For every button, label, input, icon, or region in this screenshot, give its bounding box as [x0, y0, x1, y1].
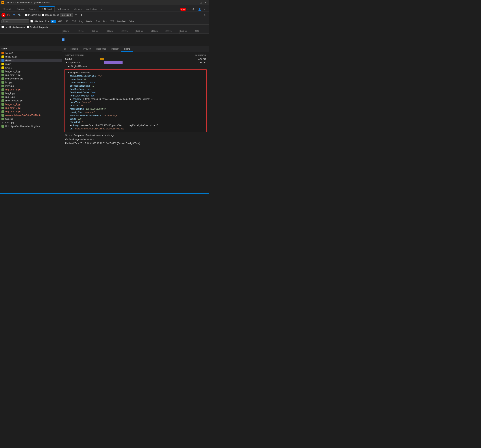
- list-item[interactable]: app.js: [0, 62, 62, 66]
- list-item[interactable]: img_2.jpg: [0, 95, 62, 99]
- detail-close-button[interactable]: ✕: [62, 48, 68, 51]
- more-tabs-button[interactable]: »: [99, 7, 103, 12]
- timeline[interactable]: [0, 34, 209, 46]
- preserve-log-checkbox[interactable]: [25, 14, 28, 16]
- field-value: "text/css": [82, 101, 91, 104]
- tab-headers[interactable]: Headers: [68, 46, 81, 52]
- titlebar-title: DevTools - anubhamathur14.github.io/sw-t…: [6, 1, 195, 4]
- filter-type-css[interactable]: CSS: [70, 20, 77, 23]
- tab-elements[interactable]: Elements: [1, 6, 14, 12]
- filter-type-media[interactable]: Media: [85, 20, 94, 23]
- ruler-label-8: 1800 ms: [180, 30, 194, 34]
- source-of-response-text: Source of response: ServiceWorker cache …: [65, 134, 114, 137]
- network-settings-button[interactable]: ⚙: [202, 13, 207, 17]
- field-value: false: [90, 91, 96, 94]
- gear-icon: ⚙: [1, 121, 4, 124]
- list-item[interactable]: img_error_2.jpg: [0, 73, 62, 77]
- filter-type-ws[interactable]: WS: [109, 20, 115, 23]
- filter-icon[interactable]: ▼: [12, 13, 16, 17]
- file-name: snowTroopers.jpg: [5, 99, 61, 102]
- tab-initiator[interactable]: Initiator: [109, 46, 121, 52]
- tab-badges: ✕ 12 ⚠ 5 ⚙ 👤 ⋯: [180, 7, 208, 12]
- filter-type-js[interactable]: JS: [64, 20, 70, 23]
- has-blocked-cookies-label[interactable]: Has blocked cookies: [1, 26, 25, 29]
- settings-button[interactable]: ⚙: [191, 7, 196, 12]
- maximize-button[interactable]: □: [199, 1, 203, 4]
- response-field-fromdiskcache: fromDiskCache: true: [67, 88, 204, 91]
- list-item[interactable]: sw-test/: [0, 51, 62, 55]
- timeline-cursor: [131, 34, 131, 46]
- search-button[interactable]: 🔍: [17, 13, 22, 17]
- tab-preview[interactable]: Preview: [81, 46, 94, 52]
- expand-headers-icon[interactable]: ▶: [70, 98, 72, 100]
- tab-timing[interactable]: Timing: [121, 46, 133, 52]
- filter-input[interactable]: [1, 19, 29, 23]
- has-blocked-cookies-checkbox[interactable]: [1, 26, 4, 28]
- import-button[interactable]: ⬆: [74, 13, 78, 17]
- tab-memory[interactable]: Memory: [72, 6, 84, 12]
- minimize-button[interactable]: —: [195, 1, 198, 4]
- expand-icon[interactable]: ▶: [68, 65, 70, 67]
- blocked-requests-checkbox[interactable]: [27, 26, 29, 28]
- ruler-label-5: 1200 ms: [135, 30, 150, 34]
- list-item[interactable]: ind.jpg: [0, 81, 62, 84]
- close-button[interactable]: ✕: [204, 1, 207, 4]
- field-key: url:: [70, 127, 73, 130]
- disable-cache-checkbox[interactable]: [42, 14, 44, 16]
- filter-type-img[interactable]: Img: [78, 20, 84, 23]
- tab-network[interactable]: ⚠ Network: [39, 6, 55, 12]
- list-item[interactable]: image-list.js: [0, 55, 62, 59]
- clear-button[interactable]: 🚫: [6, 13, 11, 17]
- main-area: Name sw-test/ image-list.js style.css ap…: [0, 46, 209, 193]
- list-item[interactable]: img_1.jpg: [0, 91, 62, 95]
- collapse-icon[interactable]: ▼: [67, 71, 69, 74]
- tab-sources[interactable]: Sources: [27, 6, 39, 12]
- error-icon: ✕: [181, 8, 183, 11]
- field-key: timing:: [73, 124, 79, 127]
- filter-type-xhr[interactable]: XHR: [56, 20, 64, 23]
- ruler-label-1: 400 ms: [77, 30, 92, 34]
- tab-performance[interactable]: Performance: [55, 6, 72, 12]
- filter-type-font[interactable]: Font: [94, 20, 101, 23]
- preserve-log-label[interactable]: Preserve log: [25, 14, 40, 16]
- hide-data-urls-label[interactable]: Hide data URLs: [30, 20, 49, 23]
- more-options-button[interactable]: ⋯: [203, 7, 207, 11]
- list-item[interactable]: weaver-bird-nest-56e6c0323df78c5b.: [0, 113, 62, 117]
- list-item[interactable]: blob:https://anubhamathur14.github..: [0, 125, 62, 128]
- filter-type-doc[interactable]: Doc: [102, 20, 109, 23]
- hide-data-urls-checkbox[interactable]: [30, 20, 33, 22]
- export-button[interactable]: ⬇: [79, 13, 84, 17]
- list-item[interactable]: bountyHunters.jpg: [0, 77, 62, 81]
- list-item[interactable]: snowTroopers.jpg: [0, 99, 62, 103]
- file-name-error: img_error_4.jpg: [5, 103, 61, 106]
- hide-data-urls-text: Hide data URLs: [34, 20, 49, 23]
- blocked-requests-label[interactable]: Blocked Requests: [27, 26, 48, 29]
- tab-application[interactable]: Application: [84, 6, 99, 12]
- filter-type-other[interactable]: Other: [128, 20, 136, 23]
- requests-count: 90 requests: [2, 193, 13, 194]
- throttle-select[interactable]: Fast 3G ▼: [60, 13, 73, 17]
- expand-timing-icon[interactable]: ▶: [70, 124, 72, 127]
- list-item[interactable]: img_error_3.jpg: [0, 88, 62, 91]
- list-item[interactable]: img_error_1.jpg: [0, 70, 62, 73]
- startup-bar: [100, 58, 104, 60]
- file-name: style.css: [5, 59, 61, 62]
- record-button[interactable]: ●: [1, 13, 6, 17]
- list-item[interactable]: swis.jpg: [0, 117, 62, 121]
- disable-cache-label[interactable]: Disable cache: [42, 14, 59, 16]
- file-type-icon: [1, 85, 4, 87]
- list-item[interactable]: img_error_4.jpg: [0, 103, 62, 106]
- profile-button[interactable]: 👤: [197, 7, 202, 12]
- filter-type-all[interactable]: All: [51, 20, 56, 23]
- list-item[interactable]: rome.jpg: [0, 84, 62, 88]
- filter-type-manifest[interactable]: Manifest: [116, 20, 127, 23]
- field-key: connectionId:: [70, 78, 83, 81]
- list-item[interactable]: ⚙ rome.jpg: [0, 121, 62, 125]
- list-item-selected[interactable]: style.css: [0, 59, 62, 62]
- list-item[interactable]: text1.js: [0, 66, 62, 70]
- list-item[interactable]: img_error_6.jpg: [0, 110, 62, 113]
- tab-console[interactable]: Console: [14, 6, 27, 12]
- list-item[interactable]: img_error_5.jpg: [0, 106, 62, 110]
- tab-response[interactable]: Response: [94, 46, 109, 52]
- file-name: app.js: [5, 63, 61, 65]
